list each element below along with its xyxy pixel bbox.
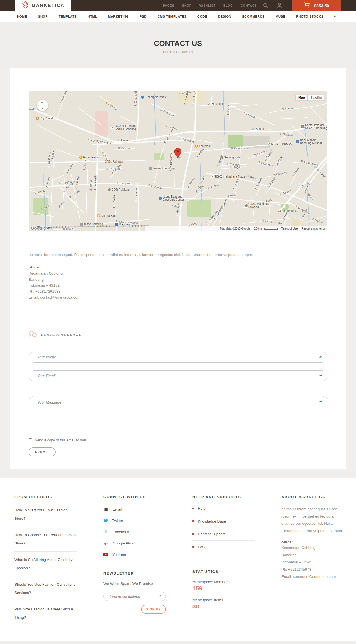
map-label: Jl. Baladewa	[47, 152, 51, 168]
footer-help-heading: HELP AND SUPPORTS	[192, 495, 255, 499]
map-label: Jl. Serayu	[279, 189, 291, 197]
help-link[interactable]: Knowladge Base	[192, 515, 255, 528]
map-label: Jl. Ir. H.Djuanda	[192, 91, 196, 105]
office-lines: Kecamatan CoblongBandung.Indonesia – 491…	[29, 270, 327, 300]
bullet-icon	[192, 520, 194, 522]
logo[interactable]: MARKETICA	[15, 0, 71, 11]
send-copy-checkbox[interactable]	[29, 438, 32, 442]
category-nav-item[interactable]: HOME	[17, 15, 27, 18]
dot-icon	[245, 204, 248, 207]
breadcrumb-home[interactable]: Home	[163, 50, 172, 54]
header-nav-item[interactable]: BLOG	[223, 4, 233, 7]
header-nav-item[interactable]: PAGES	[163, 4, 174, 7]
user-icon[interactable]	[275, 0, 284, 11]
about-office-line: Kecamatan Coblong	[281, 544, 344, 551]
statistic-item: Marketplace Members 159	[192, 580, 255, 592]
map-label: Jl. Sulanjana	[178, 137, 194, 143]
header-nav-item[interactable]: SHOP	[182, 4, 192, 7]
blog-post-link[interactable]: How To Choose The Perfect Fashion Store?	[14, 527, 77, 552]
map-label: Jl. Ciliwung	[273, 171, 287, 177]
category-nav-item[interactable]: PSD	[140, 15, 147, 18]
send-copy-label[interactable]: Send a copy of this email to you	[35, 438, 86, 442]
social-link[interactable]: Facebook	[103, 530, 166, 534]
submit-button[interactable]: SUBMIT	[29, 447, 56, 456]
social-link[interactable]: Email	[103, 507, 166, 512]
office-info: office: Kecamatan CoblongBandung.Indones…	[29, 265, 327, 300]
map-label: Jl. Cicendo	[135, 188, 138, 202]
category-nav-item[interactable]: TEMPLATE	[59, 15, 77, 18]
museum-icon	[301, 125, 304, 128]
hotel-icon	[80, 223, 83, 226]
gplus-icon	[103, 541, 108, 546]
map-label: Jl. Cilaki	[275, 156, 283, 166]
map-view-button[interactable]: Map	[296, 95, 308, 101]
map-label: Istana Bandung Electronic Center	[159, 195, 192, 201]
map-label: Jl. Pelesiran	[159, 108, 174, 117]
blog-post-link[interactable]: Plus Size Fashion: Is There Such a Thing…	[14, 601, 77, 626]
chat-bubbles-icon	[29, 331, 37, 339]
chevron-down-icon[interactable]: »	[333, 15, 337, 18]
map-label: Jl. Nakula	[51, 150, 55, 163]
category-nav-item[interactable]: CODE	[197, 15, 207, 18]
header-nav: PAGESSHOPWISHLISTBLOGCONTACT	[163, 0, 257, 11]
map-label: Jl. Cipunagara	[300, 160, 318, 166]
map-label: Jl. Progo	[229, 166, 240, 169]
map-label: RSUP Dr. Hasan Sadikin Bandung	[111, 125, 142, 131]
map-marker-pin[interactable]	[174, 148, 181, 160]
restaurant-icon	[195, 145, 198, 148]
office-line: Bandung.	[29, 277, 327, 283]
name-input[interactable]	[29, 352, 327, 363]
map-label: Jl. Riau	[246, 175, 256, 180]
message-textarea[interactable]	[29, 396, 327, 431]
newsletter-heading: NEWSLETTER	[103, 571, 166, 575]
help-link[interactable]: Help	[192, 502, 255, 515]
office-line: Email. contact@marketica.com	[29, 294, 327, 300]
signup-button[interactable]: SIGN UP	[141, 605, 166, 614]
header-nav-item[interactable]: WISHLIST	[199, 4, 216, 7]
category-nav-item[interactable]: MARKETING	[108, 15, 128, 18]
help-link[interactable]: Contact Support	[192, 528, 255, 541]
map-label: Jl. Arjuna	[41, 203, 52, 211]
category-nav-item[interactable]: SHOP	[38, 15, 48, 18]
pan-right-icon[interactable]: ‹	[46, 103, 47, 107]
map-label: MESJID PUSDAI	[267, 142, 293, 145]
bullet-icon	[192, 546, 194, 548]
map-embed[interactable]: AstonRaja SundaCihampelas WalkJl. Haji Y…	[29, 91, 327, 231]
satellite-view-button[interactable]: Satellite	[308, 95, 325, 101]
category-nav-item[interactable]: MUSE	[276, 15, 285, 18]
map-label: Jl. H. Mesri	[112, 195, 116, 209]
category-nav-item[interactable]: ECOMMERCE	[242, 15, 265, 18]
map-label: Cihampelas Walk	[141, 96, 166, 99]
pan-down-icon[interactable]: ‹	[40, 108, 44, 109]
category-nav-item[interactable]: DESIGN	[218, 15, 231, 18]
category-nav-item[interactable]: PHOTO STOCKS	[296, 15, 323, 18]
header-nav-item[interactable]: CONTACT	[241, 4, 257, 7]
blog-post-link[interactable]: What is So Alluring About Celebrity Fash…	[14, 552, 77, 576]
social-link[interactable]: Twitter	[103, 519, 166, 523]
about-office-line: Bandung.	[281, 551, 344, 559]
cart-button[interactable]: $653.50	[292, 0, 341, 11]
social-link[interactable]: Google Plus	[103, 541, 166, 546]
blog-post-link[interactable]: How To Start Your Own Fashion Store?	[14, 502, 77, 527]
category-nav-item[interactable]: CMS TEMPLATES	[157, 15, 186, 18]
category-nav-item[interactable]: HTML	[88, 15, 97, 18]
map-report-link[interactable]: Report a map error	[302, 227, 325, 230]
map-type-control: Map Satellite	[296, 95, 325, 101]
pan-left-icon[interactable]: ‹	[38, 103, 39, 107]
facebook-icon	[103, 530, 108, 534]
pan-up-icon[interactable]: ‹	[40, 102, 44, 103]
map-label: Jl. Diponegoro	[231, 147, 248, 150]
newsletter-email-input[interactable]	[103, 592, 166, 601]
map-label: Jl. Layang Pasupati	[87, 137, 111, 145]
form-heading: LEAVE A MESSAGE	[41, 333, 82, 337]
map-pan-control[interactable]: ‹ ‹ ‹ ‹	[37, 100, 48, 111]
social-link[interactable]: Youtube	[103, 553, 166, 557]
blog-post-link[interactable]: Should You Use Fashion Consultant Servic…	[14, 576, 77, 601]
help-link[interactable]: FAQ	[192, 541, 255, 553]
search-icon[interactable]	[262, 0, 270, 11]
email-input[interactable]	[29, 370, 327, 381]
map-label: Gedung Sate	[220, 156, 240, 159]
map-label: Kantor Imigrasi Kelas I - Bandung	[301, 123, 327, 130]
map-label: Jl. Aceh	[226, 193, 236, 197]
map-terms-link[interactable]: Terms of Use	[281, 227, 298, 230]
